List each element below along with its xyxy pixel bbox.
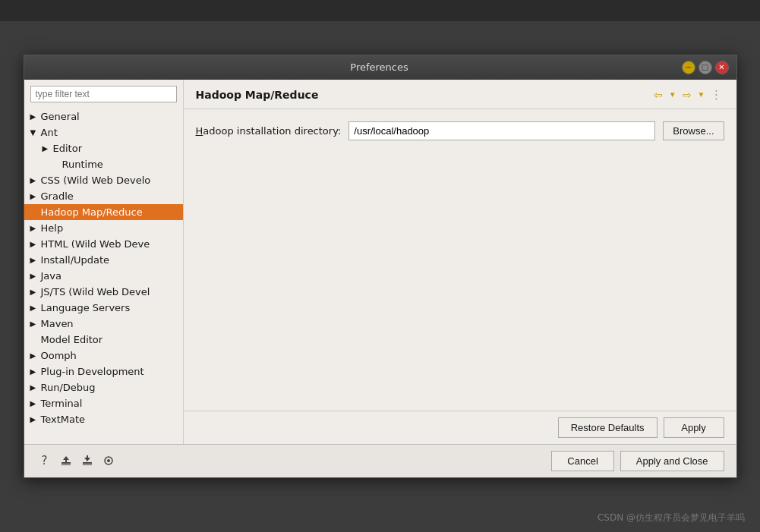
sidebar-label-install: Install/Update xyxy=(41,254,110,266)
sidebar-label-maven: Maven xyxy=(41,318,74,329)
cancel-button[interactable]: Cancel xyxy=(551,451,613,471)
content-body: Hadoop installation directory: Browse... xyxy=(184,109,736,411)
sidebar-label-ant-editor: Editor xyxy=(53,143,82,154)
svg-rect-1 xyxy=(61,464,71,465)
svg-marker-2 xyxy=(63,456,69,462)
sidebar-label-css: CSS (Wild Web Develo xyxy=(41,175,151,186)
sidebar-item-ant-runtime[interactable]: Runtime xyxy=(24,156,183,172)
label-rest: adoop installation directory: xyxy=(203,125,341,137)
back-icon: ⇦ xyxy=(654,89,663,101)
arrow-icon-lang-servers xyxy=(30,304,38,312)
sidebar-item-model-editor[interactable]: Model Editor xyxy=(24,332,183,348)
sidebar-item-java[interactable]: Java xyxy=(24,268,183,284)
sidebar-item-install[interactable]: Install/Update xyxy=(24,252,183,268)
dialog-body: GeneralAntEditorRuntimeCSS (Wild Web Dev… xyxy=(24,80,736,477)
sidebar-item-plugin-dev[interactable]: Plug-in Development xyxy=(24,364,183,379)
sidebar-label-java: Java xyxy=(41,270,61,282)
sidebar-label-ant-runtime: Runtime xyxy=(62,159,103,170)
chevron-down-icon2: ▼ xyxy=(698,90,705,99)
svg-marker-5 xyxy=(84,455,90,461)
sidebar-item-jsts[interactable]: JS/TS (Wild Web Devel xyxy=(24,284,183,300)
export-icon[interactable] xyxy=(58,452,74,469)
close-button[interactable]: ✕ xyxy=(715,61,729,74)
dialog-main: GeneralAntEditorRuntimeCSS (Wild Web Dev… xyxy=(24,80,736,444)
sidebar-item-css[interactable]: CSS (Wild Web Develo xyxy=(24,172,183,188)
back-button[interactable]: ⇦ xyxy=(651,87,665,102)
filter-box xyxy=(30,86,177,102)
content-actions: Restore Defaults Apply xyxy=(184,411,736,444)
arrow-icon-terminal xyxy=(30,399,38,408)
restore-defaults-button[interactable]: Restore Defaults xyxy=(558,417,658,438)
sidebar-item-terminal[interactable]: Terminal xyxy=(24,395,183,411)
title-bar: Preferences − □ ✕ xyxy=(24,55,736,80)
apply-and-close-button[interactable]: Apply and Close xyxy=(620,451,724,471)
content-panel: Hadoop Map/Reduce ⇦ ▼ ⇨ ▼ xyxy=(184,80,736,444)
sidebar-item-help[interactable]: Help xyxy=(24,220,183,236)
sidebar-label-general: General xyxy=(41,111,80,122)
apply-button[interactable]: Apply xyxy=(664,417,724,438)
window-controls: − □ ✕ xyxy=(682,61,729,74)
sidebar-item-lang-servers[interactable]: Language Servers xyxy=(24,300,183,316)
content-title: Hadoop Map/Reduce xyxy=(196,89,319,101)
svg-rect-3 xyxy=(83,462,92,464)
sidebar-label-oomph: Oomph xyxy=(41,350,77,361)
minimize-button[interactable]: − xyxy=(682,61,695,74)
sidebar-item-ant-editor[interactable]: Editor xyxy=(24,140,183,156)
hadoop-dir-row: Hadoop installation directory: Browse... xyxy=(196,121,724,140)
arrow-icon-html xyxy=(30,240,38,248)
footer-icons: ? xyxy=(36,452,117,469)
arrow-icon-ant xyxy=(30,128,38,137)
sidebar-tree: GeneralAntEditorRuntimeCSS (Wild Web Dev… xyxy=(24,109,183,438)
svg-point-7 xyxy=(107,459,110,462)
sidebar-label-run-debug: Run/Debug xyxy=(41,382,96,393)
chevron-down-icon: ▼ xyxy=(669,90,676,99)
sidebar-label-ant: Ant xyxy=(41,127,58,138)
hadoop-dir-label: Hadoop installation directory: xyxy=(196,125,342,137)
preferences-dialog: Preferences − □ ✕ GeneralAntEditorRuntim… xyxy=(24,55,737,478)
footer-buttons: Cancel Apply and Close xyxy=(551,451,724,471)
import-icon[interactable] xyxy=(79,452,96,469)
sidebar-item-general[interactable]: General xyxy=(24,109,183,124)
arrow-icon-ant-editor xyxy=(43,144,50,153)
sidebar-item-gradle[interactable]: Gradle xyxy=(24,188,183,204)
sidebar-label-model-editor: Model Editor xyxy=(41,334,103,345)
dialog-footer: ? xyxy=(24,444,736,477)
sidebar-label-help: Help xyxy=(41,222,64,234)
arrow-icon-maven xyxy=(30,320,38,328)
maximize-button[interactable]: □ xyxy=(699,61,712,74)
hadoop-dir-input[interactable] xyxy=(348,121,655,140)
sidebar-item-oomph[interactable]: Oomph xyxy=(24,348,183,364)
sidebar-label-lang-servers: Language Servers xyxy=(41,302,131,313)
forward-button[interactable]: ⇨ xyxy=(680,87,694,102)
arrow-icon-oomph xyxy=(30,351,38,360)
sidebar-item-hadoop[interactable]: Hadoop Map/Reduce xyxy=(24,204,183,220)
arrow-icon-gradle xyxy=(30,192,38,200)
sidebar-label-hadoop: Hadoop Map/Reduce xyxy=(41,206,143,218)
forward-dropdown[interactable]: ▼ xyxy=(695,89,708,100)
help-icon[interactable]: ? xyxy=(36,452,53,469)
back-dropdown[interactable]: ▼ xyxy=(667,89,679,100)
sidebar-item-textmate[interactable]: TextMate xyxy=(24,411,183,427)
browse-button[interactable]: Browse... xyxy=(663,121,724,140)
forward-icon: ⇨ xyxy=(683,89,692,101)
sidebar-label-html: HTML (Wild Web Deve xyxy=(41,238,150,250)
settings-icon[interactable] xyxy=(100,452,117,469)
arrow-icon-install xyxy=(30,256,38,264)
arrow-icon-general xyxy=(30,112,38,121)
arrow-icon-plugin-dev xyxy=(30,367,38,376)
sidebar-item-html[interactable]: HTML (Wild Web Deve xyxy=(24,236,183,252)
arrow-icon-run-debug xyxy=(30,383,38,392)
arrow-icon-java xyxy=(30,272,38,280)
background-topbar xyxy=(0,0,760,21)
svg-rect-0 xyxy=(61,462,71,464)
sidebar-item-maven[interactable]: Maven xyxy=(24,316,183,332)
sidebar: GeneralAntEditorRuntimeCSS (Wild Web Dev… xyxy=(24,80,184,444)
icon-separator: ⋮ xyxy=(709,87,724,102)
sidebar-label-textmate: TextMate xyxy=(41,414,86,425)
sidebar-item-run-debug[interactable]: Run/Debug xyxy=(24,379,183,395)
content-header: Hadoop Map/Reduce ⇦ ▼ ⇨ ▼ xyxy=(184,80,736,109)
dialog-title: Preferences xyxy=(77,61,682,73)
sidebar-label-terminal: Terminal xyxy=(41,398,83,409)
sidebar-item-ant[interactable]: Ant xyxy=(24,124,183,140)
filter-input[interactable] xyxy=(30,86,177,102)
